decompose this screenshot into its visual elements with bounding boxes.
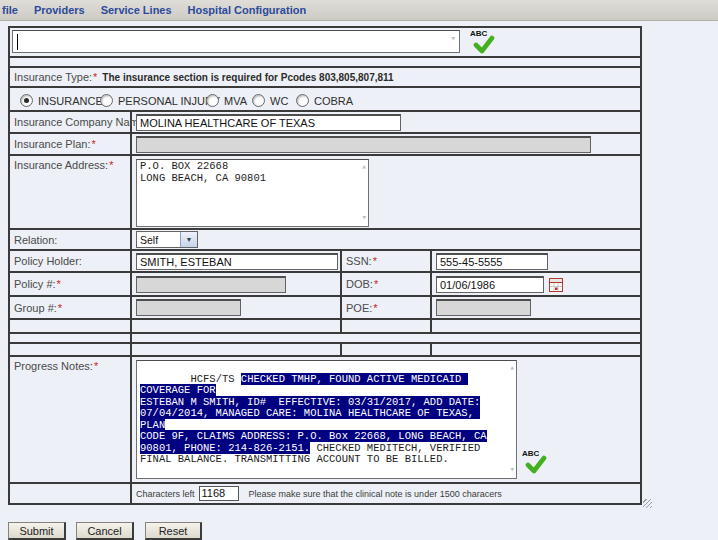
required-asterisk: * [57, 278, 61, 290]
empty-row [10, 320, 640, 334]
poe-input [436, 299, 531, 316]
group-number-label: Group #: [14, 302, 57, 314]
spellcheck-button[interactable]: ABC [522, 449, 550, 479]
insurance-form-table: ▾ ABC Insurance Type:* The insurance sec… [8, 26, 642, 505]
reset-button[interactable]: Reset [145, 522, 202, 540]
insurance-plan-label: Insurance Plan: [14, 138, 90, 150]
top-comment-textarea[interactable]: ▾ [12, 30, 460, 53]
required-asterisk: * [93, 71, 97, 83]
notes-text-plain: HCFS/TS [190, 373, 240, 385]
required-asterisk: * [94, 360, 98, 372]
scrollbar-down-icon[interactable]: ▾ [451, 35, 456, 44]
characters-note: Please make sure that the clinical note … [249, 489, 502, 499]
company-name-label: Insurance Company Name: [14, 116, 148, 128]
menu-item-service-lines[interactable]: Service Lines [101, 4, 172, 16]
ssn-input[interactable]: 555-45-5555 [436, 253, 548, 270]
radio-cobra[interactable]: COBRA [296, 94, 353, 107]
scrollbar-down-icon[interactable]: ▾ [362, 214, 367, 223]
insurance-type-row: Insurance Type:* The insurance section i… [10, 68, 640, 88]
insurance-type-label: Insurance Type: [14, 71, 92, 83]
required-asterisk: * [91, 138, 95, 150]
relation-row: Relation: Self ▼ [10, 230, 640, 251]
required-asterisk: * [109, 159, 113, 171]
progress-notes-textarea[interactable]: HCFS/TS CHECKED TMHP, FOUND ACTIVE MEDIC… [136, 360, 517, 479]
text-caret [17, 34, 18, 50]
insurance-type-options-row: INSURANCE PERSONAL INJURY MVA WC COBRA [10, 88, 640, 112]
characters-left-row: Characters left 1168 Please make sure th… [10, 484, 640, 503]
radio-personal-injury[interactable]: PERSONAL INJURY [100, 94, 220, 107]
progress-notes-row: Progress Notes:* HCFS/TS CHECKED TMHP, F… [10, 357, 640, 484]
menu-item-file[interactable]: file [2, 4, 18, 16]
required-asterisk: * [374, 278, 378, 290]
insurance-plan-row: Insurance Plan:* [10, 134, 640, 156]
radio-button-icon[interactable] [100, 94, 113, 107]
scrollbar-down-icon[interactable]: ▾ [510, 466, 515, 475]
menu-item-hospital-configuration[interactable]: Hospital Configuration [188, 4, 307, 16]
insurance-address-textarea[interactable]: P.O. BOX 22668 LONG BEACH, CA 90801▴▾ [136, 159, 369, 227]
progress-notes-label: Progress Notes: [14, 360, 93, 372]
insurance-type-note: The insurance section is required for Pc… [102, 72, 393, 83]
poe-label: POE: [346, 302, 372, 314]
policy-holder-input[interactable]: SMITH, ESTEBAN [136, 253, 338, 270]
scrollbar-up-icon[interactable]: ▴ [510, 364, 515, 373]
submit-button[interactable]: Submit [8, 522, 66, 540]
policy-number-label: Policy #: [14, 278, 56, 290]
insurance-address-label: Insurance Address: [14, 159, 108, 171]
top-textarea-row: ▾ ABC [10, 28, 640, 58]
radio-label: PERSONAL INJURY [118, 95, 220, 107]
cancel-button[interactable]: Cancel [76, 522, 134, 540]
ssn-label: SSN: [346, 255, 372, 267]
radio-button-icon[interactable] [296, 94, 309, 107]
radio-wc[interactable]: WC [252, 94, 288, 107]
spellcheck-button[interactable]: ABC [470, 29, 498, 59]
menu-bar: file Providers Service Lines Hospital Co… [0, 0, 718, 21]
policy-holder-row: Policy Holder: SMITH, ESTEBAN SSN:* 555-… [10, 251, 640, 273]
relation-selected-value: Self [137, 234, 180, 246]
empty-row [10, 344, 640, 357]
radio-insurance[interactable]: INSURANCE [20, 94, 103, 107]
group-number-row: Group #:* POE:* [10, 297, 640, 320]
dob-label: DOB: [346, 278, 373, 290]
relation-label: Relation: [14, 234, 57, 246]
required-asterisk: * [373, 255, 377, 267]
radio-button-icon[interactable] [20, 94, 33, 107]
characters-left-label: Characters left [136, 489, 195, 499]
insurance-address-row: Insurance Address:* P.O. BOX 22668 LONG … [10, 156, 640, 230]
thin-spacer-row [10, 334, 640, 344]
required-asterisk: * [373, 302, 377, 314]
policy-number-row: Policy #:* DOB:* 01/06/1986 [10, 273, 640, 297]
policy-holder-label: Policy Holder: [14, 255, 82, 267]
spacer-row [10, 58, 640, 68]
radio-label: WC [270, 95, 288, 107]
green-check-icon [473, 35, 495, 55]
radio-label: COBRA [314, 95, 353, 107]
calendar-icon[interactable] [549, 278, 563, 296]
radio-mva[interactable]: MVA [206, 94, 247, 107]
radio-label: INSURANCE [38, 95, 103, 107]
relation-select[interactable]: Self ▼ [136, 231, 198, 248]
green-check-icon [525, 455, 547, 475]
group-number-input [136, 299, 241, 316]
required-asterisk: * [58, 302, 62, 314]
chevron-down-icon[interactable]: ▼ [180, 232, 197, 247]
radio-button-icon[interactable] [252, 94, 265, 107]
radio-button-icon[interactable] [206, 94, 219, 107]
insurance-plan-input [136, 136, 591, 153]
company-name-row: Insurance Company Name:* MOLINA HEALTHCA… [10, 112, 640, 134]
dob-input[interactable]: 01/06/1986 [436, 276, 544, 293]
characters-left-input[interactable]: 1168 [199, 486, 239, 501]
resize-grip-icon[interactable] [643, 499, 652, 508]
radio-label: MVA [224, 95, 247, 107]
policy-number-input [136, 276, 286, 293]
menu-item-providers[interactable]: Providers [34, 4, 85, 16]
scrollbar-up-icon[interactable]: ▴ [362, 163, 367, 172]
company-name-input[interactable]: MOLINA HEALTHCARE OF TEXAS [136, 114, 401, 131]
